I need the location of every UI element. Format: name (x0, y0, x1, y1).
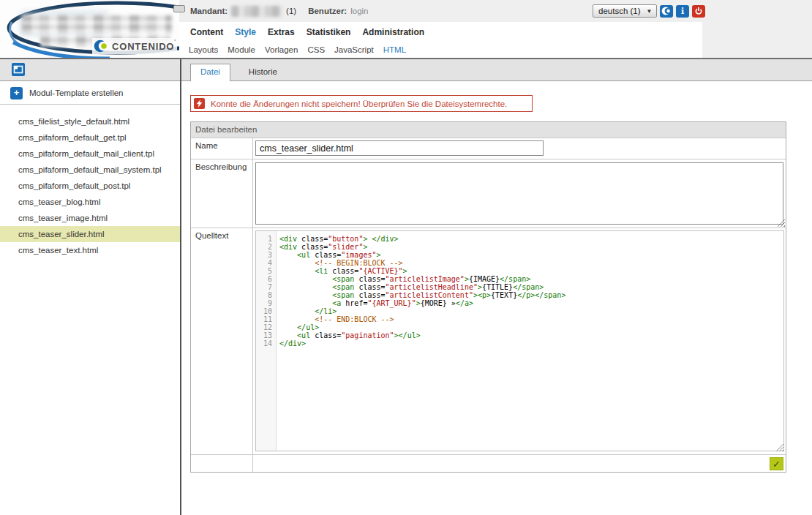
line-number: 8 (256, 291, 272, 299)
contenido-logo-icon (94, 39, 108, 53)
name-label: Name (191, 138, 253, 159)
line-number: 6 (256, 275, 272, 283)
session-info: Mandant: (1) Benutzer: login (190, 0, 369, 22)
contenido-home-button[interactable] (660, 5, 673, 18)
language-select[interactable]: deutsch (1) ▼ (593, 4, 657, 18)
file-item[interactable]: cms_pifaform_default_get.tpl (0, 129, 180, 146)
file-item[interactable]: cms_teaser_image.html (0, 210, 180, 226)
description-label: Beschreibung (191, 159, 253, 228)
error-flash-icon (194, 98, 205, 109)
source-row: Quelltext 1234567891011121314 <div class… (191, 228, 786, 454)
line-number: 4 (256, 259, 272, 267)
header: Mandant: (1) Benutzer: login deutsch (1)… (0, 0, 812, 58)
power-icon (694, 7, 703, 15)
nav-item-extras[interactable]: Extras (268, 27, 295, 37)
name-input[interactable] (255, 140, 544, 156)
form-title: Datei bearbeiten (191, 122, 786, 138)
line-number: 1 (256, 235, 272, 243)
description-textarea[interactable] (255, 162, 783, 225)
main-content: Konnte die Änderungen nicht speichern! Ü… (181, 82, 812, 515)
contenido-mini-logo-icon (661, 6, 672, 16)
checkmark-icon: ✓ (772, 459, 781, 469)
code-line: <ul class="pagination"></ul> (279, 331, 783, 339)
mandant-count: (1) (286, 7, 296, 15)
create-module-template-label: Modul-Template erstellen (29, 89, 123, 97)
line-number: 5 (256, 267, 272, 275)
subnav-item-vorlagen[interactable]: Vorlagen (265, 45, 298, 54)
source-label: Quelltext (191, 228, 253, 454)
name-row: Name (191, 138, 786, 159)
client-logo-blurred (22, 15, 172, 34)
tab-datei[interactable]: Datei (190, 64, 230, 81)
frame-layout-icon[interactable] (12, 63, 25, 76)
subnav-item-css[interactable]: CSS (307, 45, 325, 54)
plus-icon: + (10, 87, 23, 99)
code-line: <li class="{ACTIVE}"> (279, 267, 783, 275)
contenido-wordmark: CONTENIDO' (92, 38, 177, 54)
file-item[interactable]: cms_pifaform_default_mail_client.tpl (0, 146, 180, 162)
logo-panel: CONTENIDO' (0, 0, 179, 58)
line-number: 7 (256, 283, 272, 291)
action-label-cell (191, 455, 253, 472)
code-line: <span class="articlelistHeadline">{TITLE… (279, 283, 783, 291)
line-number: 11 (256, 315, 272, 323)
line-number: 9 (256, 299, 272, 307)
mandant-value-blurred (231, 6, 282, 17)
chevron-down-icon: ▼ (647, 8, 653, 15)
code-line: </ul> (279, 323, 783, 331)
logout-button[interactable] (692, 5, 705, 18)
create-module-template-button[interactable]: + Modul-Template erstellen (0, 82, 180, 105)
nav-panel: ContentStyleExtrasStatistikenAdministrat… (179, 22, 702, 58)
code-line: <!-- BEGIN:BLOCK --> (279, 259, 783, 267)
code-line: <a href="{ART_URL}">{MORE} »</a> (279, 299, 783, 307)
splitter[interactable] (180, 59, 181, 515)
file-item[interactable]: cms_teaser_slider.html (0, 226, 180, 242)
line-number: 14 (256, 339, 272, 347)
code-line: <span class="articlelistContent"><p>{TEX… (279, 291, 783, 299)
line-number: 2 (256, 243, 272, 251)
tab-historie[interactable]: Historie (239, 64, 287, 81)
file-item[interactable]: cms_pifaform_default_mail_system.tpl (0, 162, 180, 178)
info-icon: i (681, 7, 684, 16)
code-line: </div> (279, 339, 783, 347)
code-area[interactable]: <div class="button"> </div><div class="s… (277, 231, 783, 451)
benutzer-label: Benutzer: (308, 7, 347, 15)
subnav-item-javascript[interactable]: JavaScript (334, 45, 374, 54)
error-banner: Konnte die Änderungen nicht speichern! Ü… (190, 95, 533, 112)
code-line: <!-- END:BLOCK --> (279, 315, 783, 323)
toolbar-band: DateiHistorie (0, 59, 812, 81)
language-select-value: deutsch (1) (598, 7, 641, 15)
code-line: <span class="articlelistImage">{IMAGE}</… (279, 275, 783, 283)
subnav-item-module[interactable]: Module (228, 45, 255, 54)
subnav-item-layouts[interactable]: Layouts (189, 45, 218, 54)
file-item[interactable]: cms_pifaform_default_post.tpl (0, 178, 180, 194)
splitter-collapse-handle[interactable] (173, 5, 185, 12)
info-button[interactable]: i (676, 5, 689, 18)
file-item[interactable]: cms_teaser_text.html (0, 242, 180, 258)
line-number: 3 (256, 251, 272, 259)
header-controls: deutsch (1) ▼ i (593, 4, 705, 18)
nav-item-statistiken[interactable]: Statistiken (307, 27, 351, 37)
line-number: 12 (256, 323, 272, 331)
file-list: cms_filelist_style_default.htmlcms_pifaf… (0, 113, 180, 258)
code-editor[interactable]: 1234567891011121314 <div class="button">… (255, 230, 784, 451)
brand-trademark: ' (174, 38, 176, 45)
nav-item-style[interactable]: Style (235, 27, 256, 37)
tab-bar: DateiHistorie (190, 64, 287, 81)
code-line: </li> (279, 307, 783, 315)
main-nav: ContentStyleExtrasStatistikenAdministrat… (190, 27, 424, 37)
file-item[interactable]: cms_teaser_blog.html (0, 194, 180, 210)
action-row: ✓ (191, 454, 786, 472)
edit-form: Datei bearbeiten Name Beschreibung Quell… (190, 121, 786, 473)
line-numbers: 1234567891011121314 (256, 231, 277, 451)
file-item[interactable]: cms_filelist_style_default.html (0, 113, 180, 129)
save-button[interactable]: ✓ (770, 457, 783, 470)
nav-item-administration[interactable]: Administration (362, 27, 424, 37)
line-number: 10 (256, 307, 272, 315)
description-row: Beschreibung (191, 159, 786, 228)
subnav-item-html[interactable]: HTML (383, 45, 406, 54)
nav-item-content[interactable]: Content (190, 27, 223, 37)
code-line: <div class="slider"> (279, 243, 783, 251)
benutzer-value: login (350, 7, 368, 15)
sidebar: + Modul-Template erstellen cms_filelist_… (0, 82, 180, 515)
